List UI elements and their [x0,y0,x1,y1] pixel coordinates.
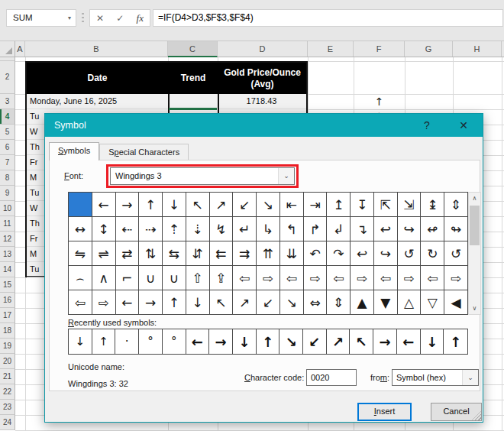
symbol-cell[interactable]: ∪ [163,266,186,290]
cell-d3-price[interactable]: 1718.43 [217,94,306,109]
header-price[interactable]: Gold Price/Ounce (Avg) [217,63,306,94]
help-icon[interactable]: ? [415,114,438,137]
symbol-cell[interactable]: → [116,193,140,217]
symbol-cell[interactable]: ↙ [257,290,280,315]
row-header[interactable]: 17 [0,308,15,323]
symbol-cell[interactable]: ↫ [421,217,444,241]
symbol-cell[interactable]: ⇦ [69,290,92,315]
symbol-cell[interactable]: ⇠ [116,217,140,241]
symbol-cell[interactable]: ⇨ [304,266,328,290]
symbol-cell[interactable]: ↓ [186,290,210,315]
recent-symbol-cell[interactable]: ↗ [327,329,351,354]
symbol-cell[interactable]: ↘ [280,290,304,315]
column-header-e[interactable]: E [308,41,354,57]
symbol-cell[interactable]: ⇕ [327,290,351,315]
symbol-cell[interactable]: ⇦ [280,266,304,290]
symbol-cell[interactable]: ⇨ [257,266,280,290]
symbol-cell[interactable]: ↨ [421,193,444,217]
cancel-entry-icon[interactable]: ✕ [96,13,104,24]
close-icon[interactable]: ✕ [452,114,475,137]
row-header[interactable]: 5 [0,125,15,140]
recent-symbol-cell[interactable]: · [115,329,139,354]
symbol-cell[interactable]: ⇅ [139,241,163,266]
cell-f3-up-arrow[interactable]: ↑ [354,94,405,109]
symbol-cell[interactable]: ⇈ [257,241,280,266]
scrollbar-thumb[interactable] [470,206,480,245]
column-header-a[interactable]: A [15,41,25,57]
symbol-cell[interactable]: ↷ [327,241,351,266]
symbol-cell[interactable]: ⇲ [398,193,422,217]
row-header[interactable]: 10 [0,201,15,216]
symbol-cell[interactable]: ⌢ [69,266,92,290]
symbol-cell[interactable]: ⇕ [444,193,468,217]
symbol-cell[interactable]: ↲ [327,217,351,241]
symbol-cell[interactable]: ⇱ [374,193,398,217]
symbol-cell[interactable]: ∧ [92,266,116,290]
symbol-cell[interactable]: ↔ [69,217,92,241]
symbol-cell[interactable]: ▲ [351,290,374,315]
enter-entry-icon[interactable]: ✓ [116,13,124,24]
symbol-cell[interactable]: ⇊ [280,241,304,266]
symbol-cell[interactable]: ⇔ [304,290,328,315]
row-header[interactable]: 22 [0,384,15,400]
row-header[interactable]: 23 [0,400,15,415]
symbol-cell[interactable]: ↴ [351,217,374,241]
tab-special-characters[interactable]: Special Characters [99,144,189,160]
symbol-cell[interactable]: ↩ [374,217,398,241]
symbol-cell[interactable]: ↻ [421,241,444,266]
symbol-cell[interactable]: ⇡ [163,217,186,241]
symbol-cell[interactable]: ↕ [92,217,116,241]
symbol-cell[interactable]: → [139,290,163,315]
recent-symbol-cell[interactable]: ↑ [444,329,467,354]
column-header-d[interactable]: D [218,41,308,57]
symbol-cell[interactable]: ⇧ [186,266,210,290]
row-header[interactable]: 7 [0,155,15,170]
recent-symbol-cell[interactable]: ↓ [421,329,444,354]
symbol-cell[interactable]: ↱ [304,217,328,241]
symbol-cell[interactable]: ↶ [304,241,328,266]
row-header[interactable]: 4 [0,109,15,125]
symbol-cell[interactable]: ⇋ [69,241,92,266]
symbol-cell[interactable]: ⇄ [116,241,140,266]
symbol-cell[interactable]: ↗ [233,290,257,315]
recent-symbol-cell[interactable]: → [209,329,233,354]
column-header-c[interactable]: C [168,41,218,57]
formula-input[interactable]: =IF(D4>D3,$F$3,$F$4) [153,9,503,27]
scroll-up-icon[interactable]: ∧ [469,193,480,204]
insert-button[interactable]: Insert [357,403,412,421]
symbol-cell[interactable]: ⇇ [210,241,234,266]
from-select[interactable]: Symbol (hex) ⌄ [392,369,479,386]
row-header[interactable]: 24 [0,415,15,430]
recent-symbol-cell[interactable]: ° [139,329,163,354]
symbol-cell[interactable]: ↑ [163,290,186,315]
recent-symbol-cell[interactable]: ↑ [257,329,280,354]
recent-symbol-cell[interactable]: ↑ [92,329,116,354]
recent-symbol-cell[interactable]: ↘ [279,329,303,354]
symbol-cell[interactable]: ↙ [233,193,257,217]
symbol-cell[interactable]: ↧ [351,193,374,217]
symbol-cell[interactable]: ← [116,290,140,315]
row-header[interactable]: 2 [0,61,15,94]
symbol-cell[interactable]: ▽ [421,290,444,315]
symbol-cell[interactable]: ↺ [398,241,422,266]
symbol-cell[interactable]: ⇉ [233,241,257,266]
row-header[interactable]: 12 [0,232,15,247]
row-header[interactable]: 21 [0,369,15,384]
symbol-cell[interactable]: ↬ [444,217,468,241]
column-header-h[interactable]: H [453,41,502,57]
symbol-cell[interactable]: ↑ [139,193,163,217]
row-header[interactable]: 9 [0,186,15,201]
column-header-b[interactable]: B [25,41,168,57]
symbol-cell[interactable]: ⇪ [210,266,234,290]
symbol-cell[interactable]: △ [398,290,422,315]
header-date[interactable]: Date [27,63,168,94]
symbol-cell[interactable]: ⇣ [186,217,210,241]
recent-symbol-cell[interactable]: ↓ [69,329,92,354]
symbol-cell[interactable]: ↵ [233,217,257,241]
recent-symbol-cell[interactable]: ← [186,329,210,354]
row-header[interactable]: 18 [0,323,15,339]
symbol-cell[interactable]: ⇨ [444,266,468,290]
symbol-cell[interactable]: ⇤ [280,193,304,217]
symbol-cell[interactable]: ⇌ [92,241,116,266]
symbol-cell[interactable]: ⇨ [351,266,374,290]
